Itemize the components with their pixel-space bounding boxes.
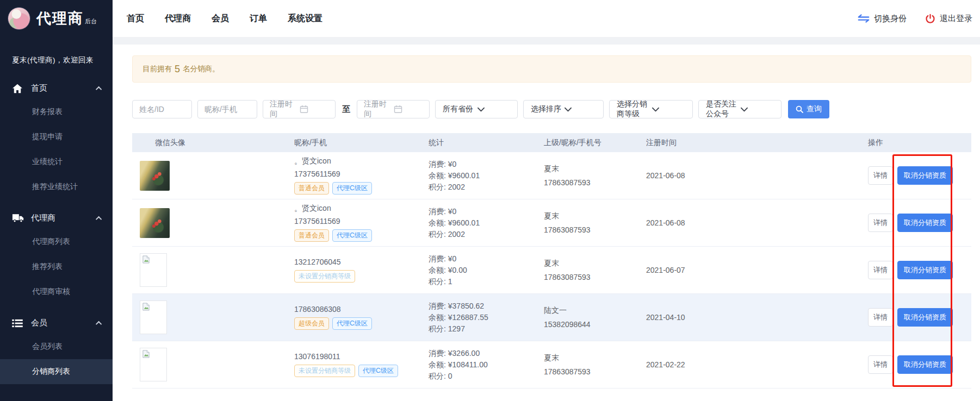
sidebar-item-agent[interactable]: 代理商 (0, 207, 113, 229)
content: 目前拥有 5 名分销商。 注册时间 至 注册时间 (113, 37, 980, 401)
broken-image-icon (142, 255, 150, 264)
stat-points: 积分: 2002 (429, 229, 544, 240)
broken-avatar (140, 348, 167, 381)
logo-avatar (8, 7, 30, 30)
member-level-tag: 未设置分销商等级 (294, 270, 355, 283)
province-select[interactable]: 所有省份 (435, 100, 518, 118)
stat-balance: 余额: ¥0.00 (429, 265, 544, 276)
chevron-up-icon (96, 321, 102, 327)
stat-points: 积分: 1 (429, 276, 544, 287)
sidebar-item-label: 首页 (31, 83, 47, 93)
register-end-date-input[interactable]: 注册时间 (357, 100, 430, 118)
follow-official-account-select[interactable]: 是否关注公众号 (698, 100, 781, 118)
nickname: 。贤文icon (294, 204, 429, 214)
sidebar-item-label: 会员 (31, 318, 47, 328)
wechat-avatar (140, 208, 170, 238)
detail-button[interactable]: 详情 (868, 355, 893, 374)
stat-consume: 消费: ¥37850.62 (429, 300, 544, 312)
chevron-up-icon (96, 216, 102, 222)
top-nav-order[interactable]: 订单 (250, 13, 267, 24)
register-date: 2021-06-08 (646, 218, 868, 227)
register-start-placeholder: 注册时间 (270, 99, 300, 119)
switch-identity-label: 切换身份 (874, 14, 907, 24)
distributor-level-select[interactable]: 选择分销商等级 (609, 100, 693, 118)
cancel-distribution-button[interactable]: 取消分销资质 (897, 308, 953, 327)
notice-suffix: 名分销商。 (183, 64, 220, 74)
sidebar-item-home[interactable]: 首页 (0, 77, 113, 99)
sidebar-item-agent-review[interactable]: 代理商审核 (0, 279, 113, 304)
cancel-distribution-button[interactable]: 取消分销资质 (897, 355, 953, 374)
stat-consume: 消费: ¥0 (429, 159, 544, 170)
table-row: 13212706045 未设置分销商等级 消费: ¥0 余额: ¥0.00 积分… (132, 247, 971, 294)
logo-title: 代理商 (36, 11, 84, 26)
sidebar-item-distributor-list[interactable]: 分销商列表 (0, 359, 113, 384)
search-button[interactable]: 查询 (788, 100, 829, 118)
tag-list: 普通会员 代理C级区 (294, 182, 429, 195)
upper-name: 夏末 (544, 259, 646, 268)
detail-button[interactable]: 详情 (868, 166, 893, 185)
detail-button[interactable]: 详情 (868, 308, 893, 327)
sort-select[interactable]: 选择排序 (523, 100, 604, 118)
sidebar-item-member[interactable]: 会员 (0, 312, 113, 334)
column-header-avatar: 微信头像 (132, 138, 294, 148)
sidebar-item-performance-stats[interactable]: 业绩统计 (0, 149, 113, 174)
topbar: 首页 代理商 会员 订单 系统设置 切换身份 退出登录 (113, 0, 980, 37)
top-nav-agent[interactable]: 代理商 (165, 13, 191, 24)
date-range-to-label: 至 (342, 104, 350, 115)
top-actions: 切换身份 退出登录 (858, 14, 972, 24)
search-icon (796, 105, 803, 113)
sidebar-nav: 首页 财务报表 提现申请 业绩统计 推荐业绩统计 代理商 代理商列表 推荐列表 (0, 77, 113, 384)
calendar-icon (394, 105, 424, 114)
nickname-phone-input[interactable] (197, 100, 257, 118)
distributor-count: 5 (175, 64, 180, 75)
column-header-upper: 上级/昵称/手机号 (544, 138, 646, 148)
sort-select-value: 选择排序 (531, 104, 565, 114)
power-icon (925, 14, 935, 24)
switch-identity-button[interactable]: 切换身份 (858, 14, 907, 24)
sidebar-item-finance-report[interactable]: 财务报表 (0, 99, 113, 124)
sidebar-item-withdraw-request[interactable]: 提现申请 (0, 124, 113, 149)
chevron-up-icon (96, 86, 102, 92)
phone: 17375611569 (294, 217, 429, 225)
upper-phone: 17863087593 (544, 273, 646, 281)
sidebar-item-referral-performance-stats[interactable]: 推荐业绩统计 (0, 174, 113, 199)
top-nav-system-settings[interactable]: 系统设置 (288, 13, 322, 24)
register-date: 2021-06-08 (646, 171, 868, 180)
content-card: 目前拥有 5 名分销商。 注册时间 至 注册时间 (113, 45, 980, 401)
table-row: 。贤文icon 17375611569 普通会员 代理C级区 消费: ¥0 余额… (132, 152, 971, 199)
name-id-input[interactable] (132, 100, 192, 118)
sidebar-item-member-list[interactable]: 会员列表 (0, 334, 113, 359)
distributor-level-select-value: 选择分销商等级 (617, 99, 652, 119)
sidebar-item-agent-list[interactable]: 代理商列表 (0, 229, 113, 254)
cancel-distribution-button[interactable]: 取消分销资质 (897, 214, 953, 232)
stat-points: 积分: 2002 (429, 181, 544, 193)
register-date: 2021-06-07 (646, 266, 868, 274)
column-header-operations: 操作 (868, 138, 971, 148)
table-header-row: 微信头像 昵称/手机 统计 上级/昵称/手机号 注册时间 操作 (132, 133, 971, 152)
table-row: 。贤文icon 17375611569 普通会员 代理C级区 消费: ¥0 余额… (132, 199, 971, 247)
detail-button[interactable]: 详情 (868, 261, 893, 279)
top-nav: 首页 代理商 会员 订单 系统设置 (127, 13, 322, 24)
detail-button[interactable]: 详情 (868, 214, 893, 232)
broken-image-icon (142, 303, 150, 311)
top-nav-home[interactable]: 首页 (127, 13, 144, 24)
sidebar-item-referral-list[interactable]: 推荐列表 (0, 254, 113, 279)
filter-bar: 注册时间 至 注册时间 所有省份 (132, 100, 971, 118)
agent-zone-tag: 代理C级区 (332, 229, 372, 242)
upper-phone: 15382098644 (544, 320, 646, 329)
top-nav-member[interactable]: 会员 (212, 13, 229, 24)
agent-zone-tag: 代理C级区 (332, 317, 372, 330)
phone: 17375611569 (294, 170, 429, 178)
register-start-date-input[interactable]: 注册时间 (263, 100, 336, 118)
broken-avatar (140, 253, 167, 287)
table-row: 17863086308 超级会员 代理C级区 消费: ¥37850.62 余额:… (132, 294, 971, 341)
tag-list: 未设置分销商等级 (294, 270, 429, 283)
cancel-distribution-button[interactable]: 取消分销资质 (897, 261, 953, 279)
notice-prefix: 目前拥有 (142, 64, 172, 74)
logout-button[interactable]: 退出登录 (925, 14, 972, 24)
stat-balance: 余额: ¥9600.01 (429, 170, 544, 181)
province-select-value: 所有省份 (443, 104, 477, 114)
register-end-placeholder: 注册时间 (364, 99, 394, 119)
nav-section-member: 会员 会员列表 分销商列表 (0, 312, 113, 384)
cancel-distribution-button[interactable]: 取消分销资质 (897, 166, 953, 185)
